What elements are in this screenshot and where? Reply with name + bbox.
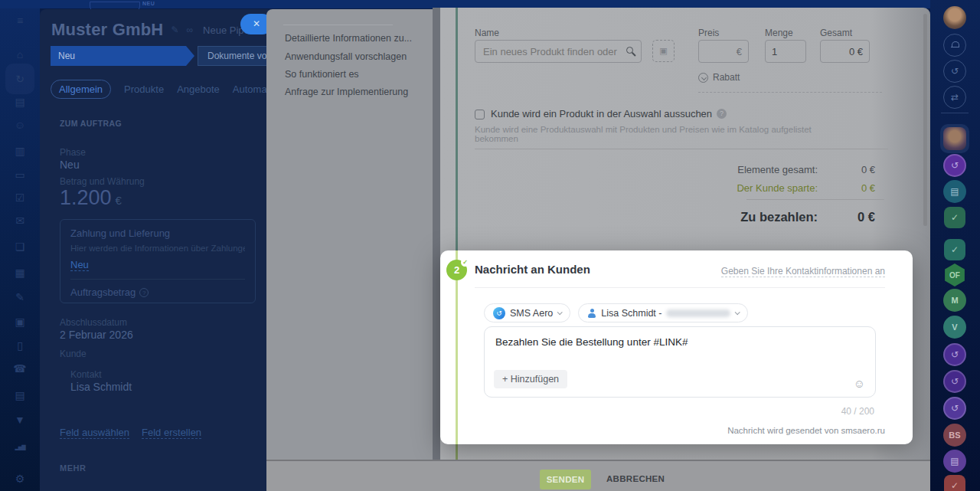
tasks-check-icon[interactable]: ✓ [944, 207, 965, 228]
chats-icon[interactable]: ❏ [0, 241, 40, 253]
inbox-icon[interactable]: ▥ [0, 145, 40, 157]
tasks-check-icon-3[interactable]: ✓ [944, 475, 965, 491]
total-input[interactable]: 0 € [820, 40, 870, 63]
message-textarea[interactable]: Bezahlen Sie die Bestellung unter #LINK#… [484, 326, 876, 398]
send-button[interactable]: SENDEN [540, 470, 591, 489]
discount-toggle[interactable]: Rabatt [698, 72, 740, 83]
product-search-input[interactable] [475, 40, 642, 63]
stepper-line-bottom [456, 444, 458, 460]
app-spiral-icon[interactable]: ↺ [943, 154, 966, 177]
tab-allgemein[interactable]: Allgemein [51, 80, 111, 99]
more-link[interactable]: MEHR [60, 463, 86, 473]
stats-icon[interactable]: ▂▅▇ [0, 441, 40, 453]
teammate-photo [943, 127, 966, 150]
qty-input[interactable]: 1 [765, 40, 806, 63]
message-text: Bezahlen Sie die Bestellung unter #LINK# [495, 336, 688, 348]
link-icon[interactable]: ∞ [187, 25, 194, 35]
chat-arrows-icon[interactable]: ⇄ [943, 86, 966, 109]
contacts-icon[interactable]: ☺ [0, 119, 40, 131]
tasks-check-icon-2[interactable]: ✓ [944, 239, 965, 260]
contact-info-link[interactable]: Geben Sie Ihre Kontaktinformationen an [721, 266, 885, 277]
pipeline-stage-bar: Neu Dokumente vorbere [51, 46, 270, 66]
provider-select[interactable]: ↺ SMS Aero [484, 303, 570, 322]
price-input[interactable]: € [698, 40, 749, 63]
menu-item-anfrage[interactable]: Anfrage zur Implementierung [285, 87, 408, 97]
customer-label: Kunde [60, 349, 87, 359]
sum-elements-value: 0 € [822, 164, 875, 175]
menu-item-anwendungsfall[interactable]: Anwendungsfall vorschlagen [285, 51, 407, 62]
amount-value: 1.200€ [60, 186, 122, 210]
step-number: 2 [454, 264, 459, 276]
payment-title: Zahlung und Lieferung [70, 227, 245, 239]
badge-bs[interactable]: BS [943, 424, 966, 447]
close-lead-button[interactable]: ✕ [240, 14, 270, 34]
contact-value[interactable]: Lisa Schmidt [70, 381, 132, 393]
tab-automatisierung[interactable]: Automatisieru [233, 83, 270, 95]
flyout-menu: Detaillierte Informationen zu... Anwendu… [266, 9, 433, 460]
deals-icon[interactable]: ↻ [0, 73, 40, 85]
search-icon[interactable] [626, 47, 633, 54]
menu-item-so-funktioniert[interactable]: So funktioniert es [285, 69, 359, 80]
action-bar: SENDEN ABBRECHEN [266, 460, 930, 491]
tab-produkte[interactable]: Produkte [124, 83, 164, 95]
option-text: Kunde wird ein Produkt in der Auswahl au… [491, 108, 712, 119]
amount-label: Betrag und Währung [60, 176, 145, 187]
files-icon[interactable]: ▯ [0, 339, 40, 352]
cancel-button[interactable]: ABBRECHEN [606, 474, 665, 483]
amount-currency: € [116, 194, 122, 207]
user-avatar[interactable] [943, 6, 966, 29]
stage-dokumente[interactable]: Dokumente vorbere [198, 46, 270, 66]
emoji-icon[interactable]: ☺ [854, 377, 865, 390]
order-amount-label: Auftragsbetrag [70, 286, 136, 298]
board-icon[interactable]: ▭ [0, 169, 40, 181]
stage-neu[interactable]: Neu [51, 46, 194, 66]
total-label: Gesamt [820, 28, 852, 38]
contact-card-icon-2[interactable]: ▤ [943, 450, 966, 473]
due-value: 0 € [822, 210, 875, 224]
sidebar-divider [941, 113, 969, 113]
product-choice-checkbox[interactable] [475, 110, 485, 119]
price-label: Preis [698, 28, 719, 38]
news-icon[interactable]: ▤ [0, 96, 40, 108]
select-field-link[interactable]: Feld auswählen [60, 427, 129, 439]
payment-divider [70, 279, 245, 280]
sum-savings-value: 0 € [822, 182, 875, 194]
contact-card-icon[interactable]: ▤ [943, 180, 966, 203]
menu-item-detaillierte[interactable]: Detaillierte Informationen zu... [285, 33, 412, 44]
app-spiral-icon-3[interactable]: ↺ [943, 370, 966, 393]
discount-label: Rabatt [713, 72, 740, 83]
mail-icon[interactable]: ✉ [0, 214, 40, 227]
app-spiral-icon-2[interactable]: ↺ [943, 343, 966, 366]
home-icon[interactable]: ⌂ [0, 48, 40, 61]
calendar-icon[interactable]: ▦ [0, 267, 40, 279]
plus-icon: + [502, 374, 508, 385]
app-spiral-icon-4[interactable]: ↺ [943, 397, 966, 420]
payment-status-link[interactable]: Neu [70, 259, 89, 271]
notifications-bell-icon[interactable] [943, 34, 966, 57]
radar-icon[interactable]: ↺ [943, 60, 966, 83]
create-field-link[interactable]: Feld erstellen [142, 427, 201, 439]
phone-icon[interactable]: ☎ [0, 362, 40, 375]
tasks-icon[interactable]: ☑ [0, 191, 40, 204]
edit-icon[interactable]: ✎ [171, 25, 178, 35]
phase-label: Phase [60, 147, 86, 158]
add-placeholder-button[interactable]: + Hinzufügen [494, 370, 567, 388]
cards-icon[interactable]: ▤ [0, 389, 40, 401]
image-placeholder-icon[interactable]: ▣ [652, 40, 675, 62]
teammate-avatar[interactable] [940, 124, 969, 153]
badge-v[interactable]: V [943, 316, 966, 339]
section-zum-auftrag: ZUM AUFTRAG [60, 119, 122, 128]
tab-angebote[interactable]: Angebote [177, 83, 220, 95]
recipient-select[interactable]: Lisa Schmidt - [578, 303, 748, 322]
archive-icon[interactable]: ▣ [0, 316, 40, 328]
badge-of[interactable]: OF [943, 264, 966, 286]
menu-icon[interactable]: ≡ [0, 15, 40, 27]
badge-m[interactable]: M [943, 289, 966, 312]
total-value: 0 € [849, 46, 863, 57]
right-sidebar: ↺ ⇄ ↺ ▤ ✓ ✓ OF M V ↺ ↺ ↺ BS ▤ ✓ [930, 0, 980, 491]
provider-label: SMS Aero [510, 308, 553, 319]
panel-scrollbar[interactable] [923, 14, 927, 226]
settings-icon[interactable]: ⚙ [0, 473, 40, 485]
filter-icon[interactable]: ▼ [0, 414, 40, 426]
notes-icon[interactable]: ✎ [0, 291, 40, 303]
